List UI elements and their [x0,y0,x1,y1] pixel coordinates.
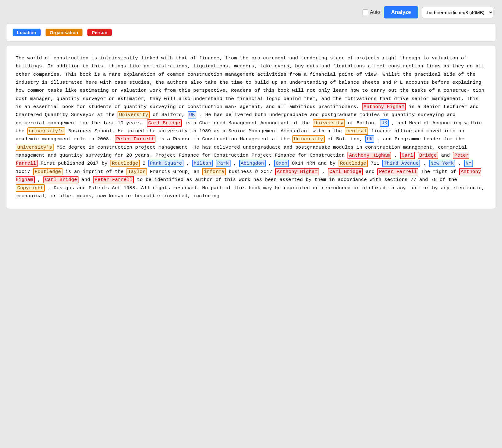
text-content-box: The world of construction is intrinsical… [6,45,496,209]
entity-routledge-2: Routledge [339,160,368,167]
entity-copyright: Copyright [16,184,45,192]
entity-universitys-2: university's [16,144,54,151]
entity-carl-bridge-4: Carl Bridge [43,176,78,183]
person-badge[interactable]: Person [87,29,112,36]
entity-park-square: Park Square [148,160,183,167]
entity-taylor: Taylor [127,168,147,175]
main-paragraph: The world of construction is intrinsical… [16,54,486,200]
entity-abingdon: Abingdon [239,160,266,167]
analyze-button[interactable]: Analyze [384,6,418,18]
entity-anthony-higham-2: Anthony Higham [347,152,391,159]
entity-uk-3: UK [365,135,374,143]
entity-peter-farrell-1: Peter Farrell [115,135,156,143]
entity-ny: NY [464,160,473,167]
entity-oxon: Oxon [274,160,289,167]
entity-central: central [345,127,368,135]
auto-label: Auto [370,10,380,15]
entity-university-1: University [118,111,150,118]
entity-third-avenue: Third Avenue [382,160,420,167]
model-select[interactable]: bert-ner-medium-q8 (40MB) [422,7,493,18]
entity-peter-farrell-4: Peter Farrell [93,176,134,183]
entity-carl-2: Carl [400,152,415,159]
entity-university-3: University [292,135,325,143]
entity-carl-bridge-3: Carl Bridge [328,168,363,175]
entity-routledge-3: Routledge [33,168,62,175]
entity-uk-2: UK [380,119,389,127]
entity-milton: Milton [192,160,213,167]
auto-checkbox[interactable] [363,10,368,15]
entity-carl-bridge-1: Carl Bridge [147,119,182,127]
entity-university-2: University [313,119,345,127]
entity-anthony-higham-3: Anthony Higham [275,168,319,175]
entity-peter-farrell-3: Peter Farrell [377,168,418,175]
entity-park: Park [216,160,231,167]
location-badge[interactable]: Location [13,29,41,36]
entity-universitys-1: university's [27,127,65,135]
top-bar: Auto Analyze bert-ner-medium-q8 (40MB) [6,6,496,18]
entity-routledge-1: Routledge [110,160,140,167]
entity-uk-1: UK [188,111,197,118]
entity-anthony-higham-1: Anthony Higham [362,103,406,110]
entity-informa: informa [202,168,226,175]
legend-box: Location Organisation Person [6,23,496,42]
entity-bridge-2: Bridge [418,152,438,159]
organisation-badge[interactable]: Organisation [46,29,83,36]
auto-checkbox-group: Auto [363,10,380,15]
entity-new-york: New York [429,160,456,167]
